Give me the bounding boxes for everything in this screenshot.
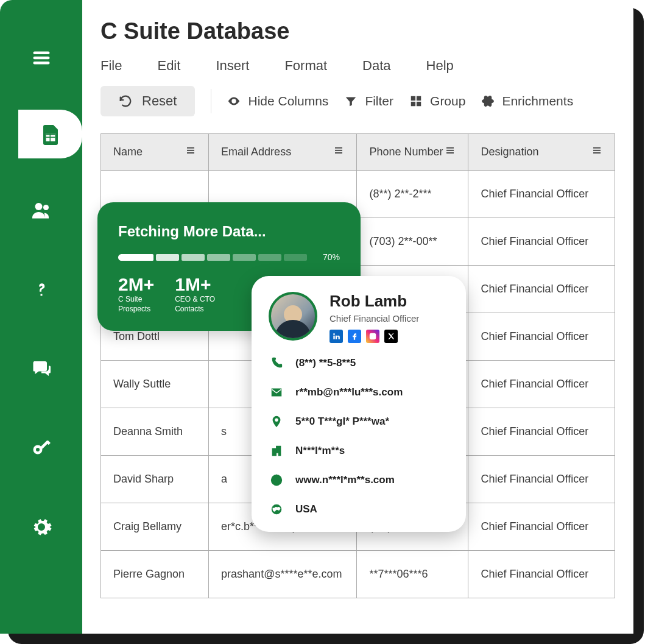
enrichments-button[interactable]: Enrichments: [481, 94, 573, 108]
cell-name: Craig Bellamy: [101, 503, 209, 551]
sidebar-key-icon[interactable]: [0, 408, 82, 487]
stat-value: 1M+: [175, 274, 215, 295]
svg-rect-29: [446, 152, 454, 154]
svg-rect-21: [187, 147, 194, 149]
svg-rect-27: [446, 147, 454, 149]
cell-designation: Chief Financial Officer: [468, 266, 615, 313]
svg-rect-25: [335, 150, 342, 151]
sidebar: [0, 0, 82, 634]
contact-address: 5**0 T***gl* P***wa*: [295, 416, 389, 428]
col-menu-icon[interactable]: [445, 145, 456, 159]
refresh-icon: [119, 94, 132, 108]
sidebar-help-icon[interactable]: [0, 250, 82, 329]
cell-designation: Chief Financial Officer: [468, 551, 615, 598]
svg-rect-30: [593, 147, 601, 149]
cell-name: Pierre Gagnon: [101, 551, 209, 598]
globe-icon: [269, 503, 284, 516]
cell-name: Deanna Smith: [101, 408, 209, 456]
contact-email: r**mb@n***lu***s.com: [295, 386, 403, 398]
svg-point-7: [35, 203, 42, 210]
svg-rect-0: [33, 52, 49, 55]
contact-card: Rob Lamb Chief Financial Officer (8**) *…: [252, 276, 466, 532]
reset-button[interactable]: Reset: [100, 86, 195, 116]
col-phone: Phone Number: [369, 146, 443, 158]
contact-phone: (8**) **5-8**5: [295, 357, 356, 369]
menu-data[interactable]: Data: [362, 58, 390, 74]
svg-point-34: [372, 335, 375, 338]
menu-edit[interactable]: Edit: [157, 58, 180, 74]
location-icon: [269, 415, 284, 428]
contact-name: Rob Lamb: [330, 292, 419, 311]
col-menu-icon[interactable]: [185, 145, 196, 159]
menubar: File Edit Insert Format Data Help: [100, 58, 615, 74]
progress-bar: 70%: [118, 252, 340, 262]
instagram-icon[interactable]: [366, 330, 379, 343]
col-menu-icon[interactable]: [333, 145, 344, 159]
col-email: Email Address: [221, 146, 291, 158]
hide-columns-button[interactable]: Hide Columns: [227, 94, 328, 108]
facebook-icon[interactable]: [348, 330, 361, 343]
grid-icon: [409, 94, 423, 108]
avatar: [269, 292, 317, 341]
cell-designation: Chief Financial Officer: [468, 361, 615, 408]
divider: [211, 89, 211, 113]
filter-icon: [344, 94, 358, 108]
x-icon[interactable]: [384, 330, 398, 343]
cell-email: prashant@s****e**e.com: [209, 551, 357, 598]
sidebar-settings-icon[interactable]: [0, 487, 82, 567]
svg-rect-15: [411, 102, 415, 106]
sidebar-menu-icon[interactable]: [0, 18, 82, 97]
menu-file[interactable]: File: [100, 58, 122, 74]
cell-phone: (8**) 2**-2***: [357, 171, 468, 218]
menu-help[interactable]: Help: [426, 58, 454, 74]
menu-format[interactable]: Format: [284, 58, 327, 74]
svg-point-8: [43, 205, 49, 210]
page-title: C Suite Database: [100, 18, 615, 44]
svg-rect-31: [593, 150, 601, 151]
linkedin-icon[interactable]: [330, 330, 343, 343]
phone-icon: [269, 356, 284, 370]
cell-designation: Chief Financial Officer: [468, 456, 615, 503]
cell-designation: Chief Financial Officer: [468, 218, 615, 266]
cell-designation: Chief Financial Officer: [468, 313, 615, 361]
company-icon: [269, 444, 284, 458]
svg-rect-13: [411, 96, 415, 101]
contact-website: www.n***l*m**s.com: [295, 474, 395, 486]
stat-value: 2M+: [118, 274, 154, 295]
cell-designation: Chief Financial Officer: [468, 171, 615, 218]
group-button[interactable]: Group: [409, 94, 465, 108]
svg-rect-14: [417, 96, 421, 101]
atom-icon: [481, 94, 495, 108]
col-designation: Designation: [481, 146, 538, 158]
cell-phone: **7***06***6: [357, 551, 468, 598]
svg-rect-2: [33, 62, 49, 65]
svg-rect-28: [446, 150, 454, 151]
sidebar-users-icon[interactable]: [0, 171, 82, 250]
svg-point-20: [487, 100, 490, 102]
menu-insert[interactable]: Insert: [216, 58, 249, 74]
svg-rect-26: [335, 152, 342, 154]
col-name: Name: [113, 146, 143, 158]
eye-icon: [227, 94, 241, 108]
cell-designation: Chief Financial Officer: [468, 408, 615, 456]
cell-name: Wally Suttle: [101, 361, 209, 408]
sidebar-chat-icon[interactable]: [0, 329, 82, 408]
toolbar: Reset Hide Columns Filter Group Enrichme…: [100, 86, 615, 116]
table-row[interactable]: Pierre Gagnonprashant@s****e**e.com**7**…: [101, 551, 615, 598]
filter-button[interactable]: Filter: [344, 94, 393, 108]
contact-country: USA: [295, 503, 317, 515]
svg-rect-24: [335, 147, 342, 149]
svg-rect-6: [49, 133, 51, 142]
svg-rect-1: [33, 57, 49, 60]
col-menu-icon[interactable]: [591, 145, 602, 159]
email-icon: [269, 386, 284, 399]
svg-point-35: [374, 334, 375, 335]
cell-phone: (703) 2**-00**: [357, 218, 468, 266]
svg-rect-23: [187, 152, 194, 154]
contact-company: N***l*m**s: [295, 445, 345, 457]
sidebar-sheet-icon[interactable]: [18, 110, 82, 158]
svg-point-10: [36, 448, 40, 451]
website-icon: [269, 473, 284, 487]
cell-designation: Chief Financial Officer: [468, 503, 615, 551]
svg-rect-16: [417, 102, 421, 106]
